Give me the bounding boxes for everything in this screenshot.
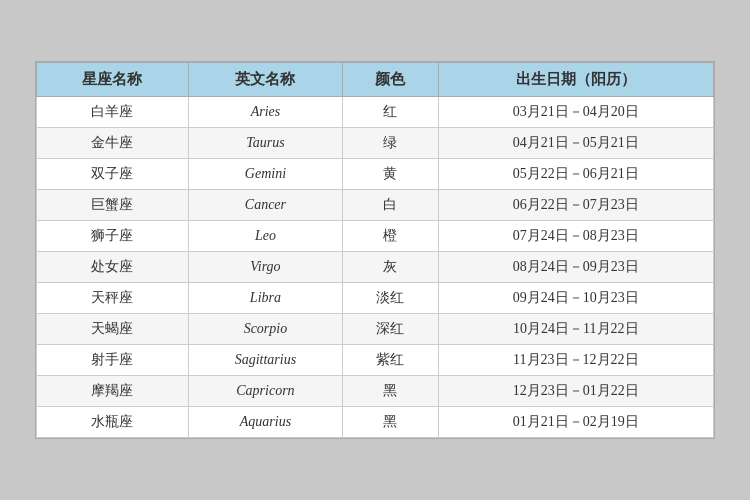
table-cell: 灰 — [343, 252, 439, 283]
table-cell: 11月23日－12月22日 — [438, 345, 713, 376]
table-header-row: 星座名称英文名称颜色出生日期（阳历） — [37, 63, 714, 97]
table-row: 射手座Sagittarius紫红11月23日－12月22日 — [37, 345, 714, 376]
table-cell: 水瓶座 — [37, 407, 189, 438]
table-cell: 03月21日－04月20日 — [438, 97, 713, 128]
table-cell: 白羊座 — [37, 97, 189, 128]
table-header-cell: 颜色 — [343, 63, 439, 97]
table-cell: Virgo — [188, 252, 342, 283]
table-cell: Cancer — [188, 190, 342, 221]
table-cell: 狮子座 — [37, 221, 189, 252]
table-cell: 处女座 — [37, 252, 189, 283]
table-cell: 10月24日－11月22日 — [438, 314, 713, 345]
table-cell: Scorpio — [188, 314, 342, 345]
table-cell: 07月24日－08月23日 — [438, 221, 713, 252]
table-cell: Gemini — [188, 159, 342, 190]
table-cell: 06月22日－07月23日 — [438, 190, 713, 221]
table-cell: 双子座 — [37, 159, 189, 190]
table-cell: Capricorn — [188, 376, 342, 407]
table-row: 处女座Virgo灰08月24日－09月23日 — [37, 252, 714, 283]
table-cell: 04月21日－05月21日 — [438, 128, 713, 159]
table-row: 水瓶座Aquarius黑01月21日－02月19日 — [37, 407, 714, 438]
table-header-cell: 出生日期（阳历） — [438, 63, 713, 97]
table-cell: 12月23日－01月22日 — [438, 376, 713, 407]
table-header-cell: 英文名称 — [188, 63, 342, 97]
table-cell: 紫红 — [343, 345, 439, 376]
table-cell: 黑 — [343, 407, 439, 438]
zodiac-table: 星座名称英文名称颜色出生日期（阳历） 白羊座Aries红03月21日－04月20… — [36, 62, 714, 438]
table-row: 狮子座Leo橙07月24日－08月23日 — [37, 221, 714, 252]
table-row: 天秤座Libra淡红09月24日－10月23日 — [37, 283, 714, 314]
table-body: 白羊座Aries红03月21日－04月20日金牛座Taurus绿04月21日－0… — [37, 97, 714, 438]
table-cell: 金牛座 — [37, 128, 189, 159]
table-cell: 黄 — [343, 159, 439, 190]
table-row: 天蝎座Scorpio深红10月24日－11月22日 — [37, 314, 714, 345]
table-cell: 天秤座 — [37, 283, 189, 314]
table-cell: 橙 — [343, 221, 439, 252]
table-cell: Leo — [188, 221, 342, 252]
table-row: 双子座Gemini黄05月22日－06月21日 — [37, 159, 714, 190]
table-cell: 05月22日－06月21日 — [438, 159, 713, 190]
table-row: 金牛座Taurus绿04月21日－05月21日 — [37, 128, 714, 159]
table-cell: Taurus — [188, 128, 342, 159]
table-cell: Sagittarius — [188, 345, 342, 376]
table-cell: 天蝎座 — [37, 314, 189, 345]
table-cell: 08月24日－09月23日 — [438, 252, 713, 283]
table-header-cell: 星座名称 — [37, 63, 189, 97]
table-cell: 射手座 — [37, 345, 189, 376]
table-row: 摩羯座Capricorn黑12月23日－01月22日 — [37, 376, 714, 407]
table-cell: 深红 — [343, 314, 439, 345]
table-cell: 红 — [343, 97, 439, 128]
table-cell: Aries — [188, 97, 342, 128]
table-cell: 摩羯座 — [37, 376, 189, 407]
table-cell: 黑 — [343, 376, 439, 407]
table-row: 白羊座Aries红03月21日－04月20日 — [37, 97, 714, 128]
table-cell: 白 — [343, 190, 439, 221]
zodiac-table-container: 星座名称英文名称颜色出生日期（阳历） 白羊座Aries红03月21日－04月20… — [35, 61, 715, 439]
table-cell: 巨蟹座 — [37, 190, 189, 221]
table-cell: 01月21日－02月19日 — [438, 407, 713, 438]
table-cell: 淡红 — [343, 283, 439, 314]
table-cell: Libra — [188, 283, 342, 314]
table-cell: 09月24日－10月23日 — [438, 283, 713, 314]
table-cell: Aquarius — [188, 407, 342, 438]
table-row: 巨蟹座Cancer白06月22日－07月23日 — [37, 190, 714, 221]
table-cell: 绿 — [343, 128, 439, 159]
